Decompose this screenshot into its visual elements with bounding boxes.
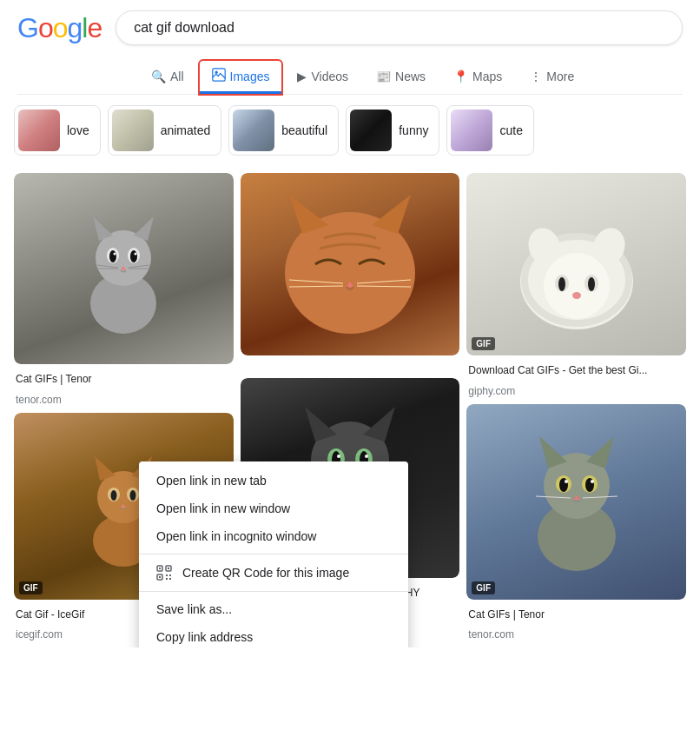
- gif-badge-col3-1: GIF: [472, 337, 495, 350]
- maps-icon: 📍: [453, 70, 468, 83]
- nav-label-videos: Videos: [311, 70, 348, 83]
- chip-cute[interactable]: cute: [446, 105, 533, 156]
- nav-item-all[interactable]: 🔍 All: [139, 63, 196, 93]
- svg-rect-77: [169, 578, 171, 580]
- menu-label-save-link-as: Save link as...: [156, 602, 232, 616]
- chip-label-love: love: [67, 123, 89, 137]
- svg-point-63: [565, 480, 568, 483]
- chips-bar: love animated beautiful funny cute: [0, 95, 700, 166]
- nav-item-maps[interactable]: 📍 Maps: [441, 63, 514, 93]
- svg-rect-75: [169, 574, 171, 576]
- image-caption-col3-2: Cat GIFs | Tenor: [466, 608, 686, 622]
- image-source-col3-2: tenor.com: [466, 628, 686, 641]
- search-input[interactable]: [116, 10, 683, 45]
- google-logo: Google: [17, 12, 102, 44]
- chip-thumb-beautiful: [233, 110, 274, 151]
- svg-point-49: [544, 253, 610, 319]
- svg-point-1: [215, 71, 217, 74]
- svg-point-8: [109, 250, 116, 262]
- image-source-col1-1: tenor.com: [14, 394, 234, 406]
- chip-thumb-love: [18, 110, 60, 151]
- menu-item-open-new-tab[interactable]: Open link in new tab: [139, 467, 408, 495]
- image-item-col3-2[interactable]: GIF: [466, 404, 686, 600]
- chip-funny[interactable]: funny: [346, 105, 439, 156]
- nav-item-news[interactable]: 📰 News: [364, 63, 438, 93]
- image-item-col1-1[interactable]: [14, 173, 234, 364]
- menu-label-open-incognito: Open link in incognito window: [156, 529, 316, 543]
- chip-thumb-funny: [350, 110, 392, 151]
- menu-item-save-link-as[interactable]: Save link as...: [139, 595, 408, 623]
- gif-badge-col1-2: GIF: [19, 581, 43, 594]
- chip-label-animated: animated: [161, 123, 211, 137]
- menu-item-copy-link[interactable]: Copy link address: [139, 623, 408, 647]
- chip-beautiful[interactable]: beautiful: [228, 105, 339, 156]
- svg-rect-69: [159, 568, 161, 569]
- nav-item-more[interactable]: ⋮ More: [518, 63, 586, 93]
- svg-point-52: [558, 277, 565, 291]
- image-caption-col1-1: Cat GIFs | Tenor: [14, 373, 234, 387]
- svg-point-53: [588, 277, 595, 291]
- chip-animated[interactable]: animated: [108, 105, 222, 156]
- menu-divider-1: [139, 554, 408, 554]
- svg-point-54: [572, 292, 581, 299]
- images-icon: [212, 68, 226, 84]
- content-area: Cat GIFs | Tenor tenor.com: [0, 166, 700, 647]
- svg-point-11: [135, 253, 137, 256]
- nav-item-videos[interactable]: ▶ Videos: [285, 63, 360, 93]
- svg-rect-73: [159, 576, 161, 578]
- svg-point-42: [337, 455, 340, 458]
- menu-label-open-new-window: Open link in new window: [156, 501, 290, 515]
- image-source-col3-1: giphy.com: [466, 385, 686, 397]
- image-item-col2-1[interactable]: [241, 173, 460, 355]
- chip-label-beautiful: beautiful: [281, 123, 327, 137]
- menu-item-open-incognito[interactable]: Open link in incognito window: [139, 522, 408, 550]
- menu-divider-2: [139, 591, 408, 592]
- menu-label-copy-link: Copy link address: [156, 630, 253, 644]
- chip-love[interactable]: love: [14, 105, 101, 156]
- chip-thumb-animated: [112, 110, 154, 151]
- videos-icon: ▶: [297, 70, 307, 83]
- news-icon: 📰: [376, 70, 391, 83]
- svg-point-9: [130, 250, 137, 262]
- svg-rect-74: [166, 574, 168, 576]
- chip-thumb-cute: [451, 110, 492, 151]
- svg-rect-71: [168, 568, 169, 569]
- nav-bar: 🔍 All Images ▶ Videos 📰 News: [17, 54, 683, 95]
- nav-label-all: All: [170, 70, 184, 83]
- more-icon: ⋮: [530, 70, 542, 83]
- menu-item-create-qr[interactable]: Create QR Code for this image: [139, 558, 408, 588]
- svg-point-43: [365, 455, 368, 458]
- chip-label-cute: cute: [499, 123, 522, 137]
- nav-label-maps: Maps: [472, 70, 502, 83]
- svg-point-24: [130, 490, 136, 501]
- image-caption-col3-1: Download Cat GIFs - Get the best Gi...: [466, 364, 686, 378]
- chip-label-funny: funny: [399, 123, 428, 137]
- image-col-3: GIF Download Cat GIFs - Get the best Gi.…: [466, 173, 686, 641]
- page-container: Google 🔍 All Images: [0, 0, 700, 647]
- menu-label-create-qr: Create QR Code for this image: [182, 566, 349, 580]
- menu-label-open-new-tab: Open link in new tab: [156, 474, 267, 488]
- context-menu: Open link in new tab Open link in new wi…: [139, 461, 408, 647]
- gif-badge-col3-2: GIF: [472, 581, 495, 594]
- nav-label-more: More: [546, 70, 574, 83]
- image-item-col3-1[interactable]: GIF: [466, 173, 686, 355]
- top-bar: Google: [17, 10, 683, 45]
- menu-item-open-new-window[interactable]: Open link in new window: [139, 495, 408, 522]
- nav-label-images: Images: [230, 70, 270, 83]
- header: Google 🔍 All Images: [0, 0, 700, 95]
- svg-point-23: [111, 490, 117, 501]
- qr-code-icon: [156, 565, 172, 581]
- nav-item-images[interactable]: Images: [200, 61, 282, 94]
- svg-point-10: [114, 253, 116, 256]
- svg-point-64: [591, 480, 594, 483]
- nav-label-news: News: [395, 70, 426, 83]
- search-icon: 🔍: [151, 70, 166, 83]
- svg-rect-76: [166, 578, 168, 580]
